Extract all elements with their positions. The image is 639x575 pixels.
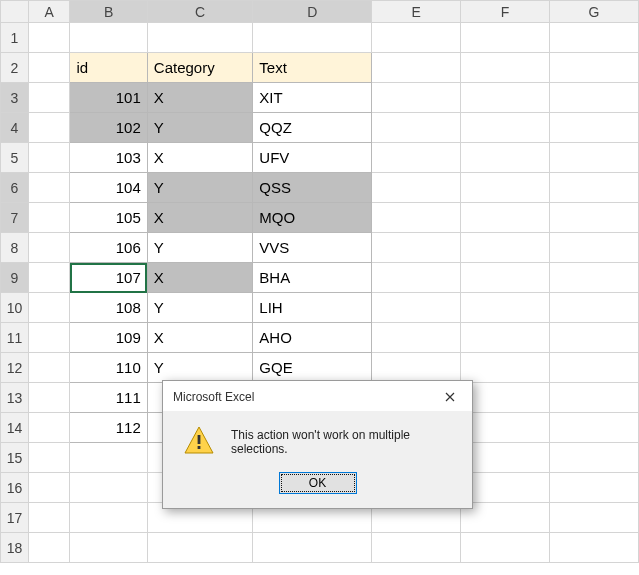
cell[interactable]: [461, 473, 550, 503]
cell[interactable]: [461, 383, 550, 413]
row-header[interactable]: 8: [1, 233, 29, 263]
cell[interactable]: [70, 443, 147, 473]
cell[interactable]: [461, 233, 550, 263]
cell[interactable]: 110: [70, 353, 147, 383]
cell[interactable]: 111: [70, 383, 147, 413]
cell[interactable]: 112: [70, 413, 147, 443]
cell[interactable]: [550, 173, 639, 203]
cell[interactable]: [461, 203, 550, 233]
row-header[interactable]: 10: [1, 293, 29, 323]
cell[interactable]: [461, 263, 550, 293]
cell[interactable]: Y: [147, 353, 253, 383]
select-all-corner[interactable]: [1, 1, 29, 23]
cell[interactable]: [70, 473, 147, 503]
cell[interactable]: [372, 203, 461, 233]
cell[interactable]: [461, 53, 550, 83]
cell[interactable]: [550, 293, 639, 323]
table-header-text[interactable]: Text: [253, 53, 372, 83]
row-header[interactable]: 11: [1, 323, 29, 353]
col-header-B[interactable]: B: [70, 1, 147, 23]
row-header[interactable]: 5: [1, 143, 29, 173]
cell[interactable]: LIH: [253, 293, 372, 323]
cell[interactable]: [372, 353, 461, 383]
cell[interactable]: [550, 383, 639, 413]
row-header[interactable]: 15: [1, 443, 29, 473]
table-header-id[interactable]: id: [70, 53, 147, 83]
cell[interactable]: 108: [70, 293, 147, 323]
row-header[interactable]: 9: [1, 263, 29, 293]
row-header[interactable]: 3: [1, 83, 29, 113]
cell[interactable]: 101: [70, 83, 147, 113]
cell[interactable]: X: [147, 203, 253, 233]
row-header[interactable]: 17: [1, 503, 29, 533]
cell[interactable]: [550, 353, 639, 383]
cell[interactable]: GQE: [253, 353, 372, 383]
cell[interactable]: [28, 293, 70, 323]
cell[interactable]: 109: [70, 323, 147, 353]
cell[interactable]: [550, 443, 639, 473]
row-header[interactable]: 6: [1, 173, 29, 203]
cell[interactable]: [372, 53, 461, 83]
cell[interactable]: 104: [70, 173, 147, 203]
cell[interactable]: [461, 83, 550, 113]
cell[interactable]: [550, 263, 639, 293]
cell[interactable]: [550, 503, 639, 533]
row-header[interactable]: 7: [1, 203, 29, 233]
cell[interactable]: [550, 113, 639, 143]
cell[interactable]: [28, 83, 70, 113]
cell[interactable]: [550, 23, 639, 53]
cell[interactable]: [253, 533, 372, 563]
col-header-F[interactable]: F: [461, 1, 550, 23]
cell[interactable]: [28, 263, 70, 293]
cell[interactable]: [372, 23, 461, 53]
cell[interactable]: [28, 203, 70, 233]
cell[interactable]: MQO: [253, 203, 372, 233]
cell[interactable]: [28, 23, 70, 53]
cell[interactable]: [28, 443, 70, 473]
cell[interactable]: UFV: [253, 143, 372, 173]
cell[interactable]: [461, 443, 550, 473]
cell[interactable]: X: [147, 263, 253, 293]
cell[interactable]: BHA: [253, 263, 372, 293]
cell[interactable]: [461, 503, 550, 533]
cell[interactable]: [147, 533, 253, 563]
close-button[interactable]: [436, 387, 464, 407]
cell[interactable]: Y: [147, 173, 253, 203]
cell[interactable]: XIT: [253, 83, 372, 113]
cell[interactable]: [253, 23, 372, 53]
cell[interactable]: [372, 173, 461, 203]
cell[interactable]: 103: [70, 143, 147, 173]
row-header[interactable]: 4: [1, 113, 29, 143]
row-header[interactable]: 12: [1, 353, 29, 383]
col-header-D[interactable]: D: [253, 1, 372, 23]
cell[interactable]: [28, 113, 70, 143]
cell[interactable]: X: [147, 83, 253, 113]
cell[interactable]: [461, 23, 550, 53]
cell[interactable]: [550, 533, 639, 563]
cell[interactable]: [28, 143, 70, 173]
cell[interactable]: [550, 53, 639, 83]
cell[interactable]: [28, 233, 70, 263]
cell[interactable]: [461, 143, 550, 173]
cell[interactable]: [372, 293, 461, 323]
cell[interactable]: AHO: [253, 323, 372, 353]
cell[interactable]: [28, 503, 70, 533]
cell[interactable]: 105: [70, 203, 147, 233]
cell[interactable]: [461, 113, 550, 143]
cell[interactable]: [372, 113, 461, 143]
cell[interactable]: [461, 173, 550, 203]
row-header[interactable]: 18: [1, 533, 29, 563]
cell[interactable]: [372, 143, 461, 173]
cell[interactable]: [372, 83, 461, 113]
cell[interactable]: Y: [147, 293, 253, 323]
cell[interactable]: [550, 203, 639, 233]
table-header-category[interactable]: Category: [147, 53, 253, 83]
row-header[interactable]: 2: [1, 53, 29, 83]
cell[interactable]: [28, 533, 70, 563]
cell[interactable]: [550, 473, 639, 503]
cell[interactable]: [28, 173, 70, 203]
cell[interactable]: [28, 353, 70, 383]
cell[interactable]: [372, 533, 461, 563]
cell[interactable]: [550, 143, 639, 173]
ok-button[interactable]: OK: [279, 472, 357, 494]
